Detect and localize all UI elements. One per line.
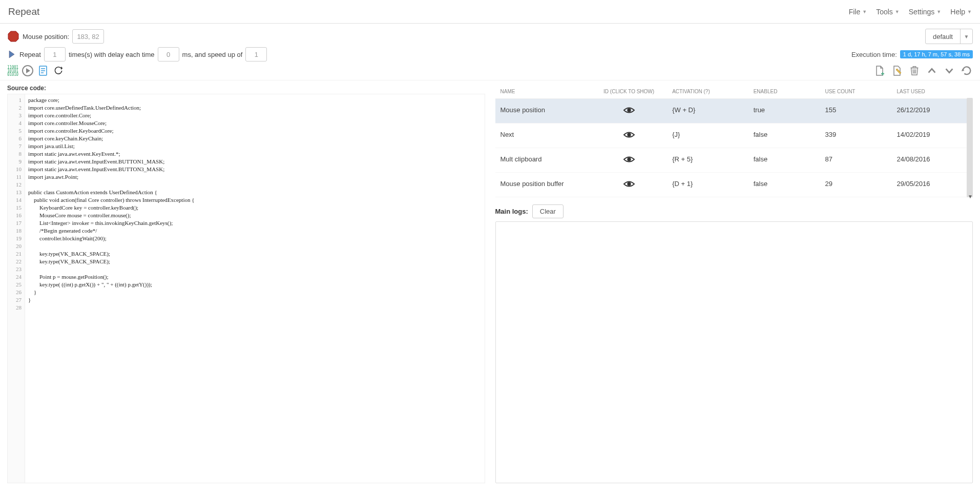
compile-icon[interactable]: 11001 10101 01010	[7, 66, 18, 76]
stop-button[interactable]	[7, 30, 19, 43]
code-line[interactable]: import static java.awt.event.InputEvent.…	[28, 166, 482, 173]
code-line[interactable]: import core.keyChain.KeyChain;	[28, 135, 482, 142]
code-line[interactable]: KeyboardCore key = controller.keyBoard()…	[28, 204, 482, 212]
delete-task-button[interactable]	[908, 65, 921, 77]
col-activation[interactable]: ACTIVATION (?)	[667, 85, 748, 99]
code-line[interactable]: controller.blockingWait(200);	[28, 235, 482, 242]
code-line[interactable]: key.type( ((int) p.getX()) + ", " + ((in…	[28, 281, 482, 289]
play-small-button[interactable]	[7, 50, 16, 59]
code-line[interactable]: /*Begin generated code*/	[28, 227, 482, 235]
code-line[interactable]: import core.controller.Core;	[28, 112, 482, 119]
line-number: 2	[8, 104, 22, 112]
code-line[interactable]: import core.controller.MouseCore;	[28, 119, 482, 127]
mouse-position-input[interactable]	[72, 29, 104, 44]
chevron-down-icon	[944, 65, 955, 76]
col-enabled[interactable]: ENABLED	[748, 85, 820, 99]
cell-id[interactable]	[591, 148, 667, 173]
scrollbar[interactable]	[967, 98, 973, 197]
table-row[interactable]: Next{J}false33914/02/2019	[495, 123, 973, 148]
refresh-icon	[53, 66, 64, 76]
code-line[interactable]: package core;	[28, 96, 482, 104]
col-use-count[interactable]: USE COUNT	[820, 85, 892, 99]
cell-id[interactable]	[591, 123, 667, 148]
code-line[interactable]: key.type(VK_BACK_SPACE);	[28, 258, 482, 265]
code-line[interactable]: import core.userDefinedTask.UserDefinedA…	[28, 104, 482, 112]
code-line[interactable]: import static java.awt.event.KeyEvent.*;	[28, 150, 482, 158]
menu-help[interactable]: Help ▼	[950, 8, 972, 16]
code-line[interactable]: import java.awt.Point;	[28, 173, 482, 181]
col-name[interactable]: NAME	[495, 85, 591, 99]
main-logs-label: Main logs:	[495, 208, 528, 215]
code-line[interactable]: public void action(final Core controller…	[28, 196, 482, 204]
menu-tools[interactable]: Tools ▼	[876, 8, 900, 16]
eye-icon[interactable]	[623, 180, 635, 188]
code-line[interactable]: import core.controller.KeyboardCore;	[28, 127, 482, 135]
reload-icon	[961, 65, 972, 76]
cell-use-count: 29	[820, 173, 892, 197]
repeat-count-input[interactable]	[44, 47, 66, 61]
line-number: 24	[8, 273, 22, 281]
ms-speedup-label: ms, and speed up of	[182, 51, 243, 58]
delay-input[interactable]	[158, 47, 179, 61]
chevron-up-icon	[926, 65, 937, 76]
cell-last-used: 29/05/2016	[891, 173, 973, 197]
code-line[interactable]: List<Integer> invoker = this.invokingKey…	[28, 219, 482, 227]
code-line[interactable]: Point p = mouse.getPosition();	[28, 273, 482, 281]
code-line[interactable]: import java.util.List;	[28, 142, 482, 150]
line-number: 13	[8, 189, 22, 196]
cell-name: Mouse position buffer	[495, 173, 591, 197]
cell-activation: {R + 5}	[667, 148, 748, 173]
code-body[interactable]: package core;import core.userDefinedTask…	[25, 94, 485, 483]
eye-icon[interactable]	[623, 106, 635, 114]
trash-icon	[909, 65, 920, 76]
col-last-used[interactable]: LAST USED	[891, 85, 973, 99]
code-line[interactable]	[28, 242, 482, 250]
line-number: 9	[8, 158, 22, 166]
cell-name: Mouse position	[495, 99, 591, 123]
cell-enabled: true	[748, 99, 820, 123]
table-row[interactable]: Mouse position{W + D}true15526/12/2019	[495, 99, 973, 123]
line-number: 25	[8, 281, 22, 289]
scroll-caret-down-icon[interactable]: ▼	[968, 194, 973, 199]
new-task-button[interactable]	[873, 65, 886, 77]
code-line[interactable]: import static java.awt.event.InputEvent.…	[28, 158, 482, 166]
code-line[interactable]	[28, 265, 482, 273]
logs-output[interactable]	[495, 221, 973, 483]
script-button[interactable]	[37, 65, 49, 77]
reload-button[interactable]	[961, 65, 973, 77]
line-number: 22	[8, 258, 22, 265]
menu-file[interactable]: File ▼	[849, 8, 867, 16]
profile-select[interactable]: default ▼	[925, 29, 973, 44]
code-line[interactable]: key.type(VK_BACK_SPACE);	[28, 250, 482, 258]
col-id[interactable]: ID (CLICK TO SHOW)	[591, 85, 667, 99]
code-editor[interactable]: 1234567891011121314151617181920212223242…	[7, 94, 485, 483]
code-line[interactable]: }	[28, 289, 482, 296]
line-number: 26	[8, 289, 22, 296]
edit-task-button[interactable]	[891, 65, 903, 77]
refresh-button[interactable]	[52, 65, 65, 77]
svg-marker-3	[26, 68, 30, 73]
eye-icon[interactable]	[623, 131, 635, 139]
run-button[interactable]	[22, 65, 34, 77]
code-line[interactable]: public class CustomAction extends UserDe…	[28, 189, 482, 196]
profile-select-label: default	[926, 29, 960, 44]
speedup-input[interactable]	[245, 47, 267, 61]
move-down-button[interactable]	[943, 65, 955, 77]
code-line[interactable]	[28, 304, 482, 312]
cell-id[interactable]	[591, 99, 667, 123]
clear-logs-button[interactable]: Clear	[532, 204, 564, 218]
eye-icon[interactable]	[623, 155, 635, 163]
code-line[interactable]: MouseCore mouse = controller.mouse();	[28, 212, 482, 219]
table-row[interactable]: Mult clipboard{R + 5}false8724/08/2016	[495, 148, 973, 173]
table-row[interactable]: Mouse position buffer{D + 1}false2929/05…	[495, 173, 973, 197]
cell-id[interactable]	[591, 173, 667, 197]
menu-settings[interactable]: Settings ▼	[909, 8, 942, 16]
line-number: 10	[8, 166, 22, 173]
code-line[interactable]: }	[28, 296, 482, 304]
cell-name: Mult clipboard	[495, 148, 591, 173]
cell-activation: {D + 1}	[667, 173, 748, 197]
code-line[interactable]	[28, 181, 482, 189]
svg-point-18	[627, 157, 631, 161]
move-up-button[interactable]	[926, 65, 938, 77]
cell-enabled: false	[748, 123, 820, 148]
